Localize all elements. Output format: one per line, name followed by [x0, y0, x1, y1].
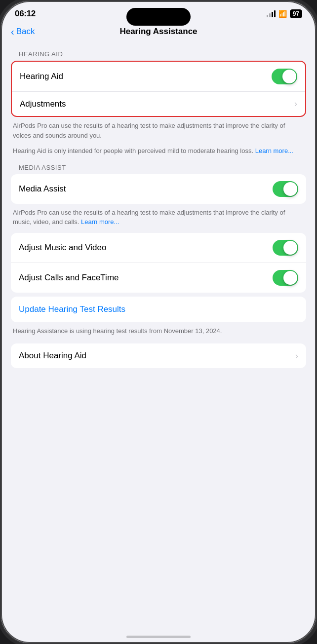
adjust-calls-label: Adjust Calls and FaceTime [19, 273, 119, 283]
content-area: HEARING AID Hearing Aid Adjustments › Ai… [1, 42, 316, 625]
media-assist-description-text: AirPods Pro can use the results of a hea… [13, 209, 285, 226]
adjust-music-label: Adjust Music and Video [19, 243, 106, 253]
signal-bar-3 [272, 12, 273, 17]
adjust-music-toggle[interactable] [273, 240, 298, 256]
battery-indicator: 97 [290, 9, 302, 18]
battery-level: 97 [293, 10, 299, 17]
signal-bar-2 [269, 13, 271, 17]
adjustments-chevron-icon: › [294, 99, 297, 109]
back-label: Back [16, 27, 35, 37]
nav-bar: ‹ Back Hearing Assistance [1, 23, 316, 42]
adjust-calls-row: Adjust Calls and FaceTime [11, 263, 306, 293]
about-hearing-aid-label: About Hearing Aid [19, 351, 86, 361]
adjust-calls-toggle[interactable] [273, 270, 298, 286]
page-title: Hearing Assistance [119, 27, 197, 37]
hearing-aid-section-label: HEARING AID [19, 50, 306, 58]
phone-frame: 06:12 📶 97 ‹ Back Hearing Assistance HEA… [0, 0, 317, 644]
hearing-aid-toggle[interactable] [272, 69, 297, 84]
hearing-aid-description-2: Hearing Aid is only intended for people … [11, 146, 306, 156]
back-chevron-icon: ‹ [11, 27, 14, 37]
signal-bar-4 [274, 10, 276, 17]
hearing-aid-description-1: AirPods Pro can use the results of a hea… [11, 121, 306, 140]
adjustments-row[interactable]: Adjustments › [12, 91, 305, 116]
adjustments-label: Adjustments [20, 99, 66, 109]
media-additional-card: Adjust Music and Video Adjust Calls and … [11, 233, 306, 293]
adjust-music-row: Adjust Music and Video [11, 233, 306, 263]
wifi-icon: 📶 [278, 10, 287, 18]
about-hearing-aid-card: About Hearing Aid › [11, 343, 306, 368]
media-assist-toggle[interactable] [273, 181, 298, 197]
media-assist-section-label: MEDIA ASSIST [19, 164, 306, 171]
media-assist-learn-more-link[interactable]: Learn more... [81, 218, 119, 226]
hearing-aid-description-2-prefix: Hearing Aid is only intended for people … [13, 147, 255, 154]
toggle-knob [282, 70, 296, 83]
toggle-knob-2 [283, 182, 297, 196]
media-assist-row: Media Assist [11, 174, 306, 204]
media-assist-description: AirPods Pro can use the results of a hea… [11, 208, 306, 227]
hearing-aid-learn-more-link[interactable]: Learn more... [255, 147, 293, 154]
signal-bar-1 [267, 15, 268, 17]
signal-icon [267, 10, 276, 17]
media-assist-label: Media Assist [19, 184, 66, 194]
status-icons: 📶 97 [267, 9, 302, 18]
toggle-knob-3 [283, 241, 297, 255]
dynamic-island [126, 8, 191, 26]
hearing-aid-row: Hearing Aid [12, 62, 305, 91]
back-button[interactable]: ‹ Back [11, 27, 35, 37]
update-hearing-card[interactable]: Update Hearing Test Results [11, 297, 306, 322]
hearing-aid-card: Hearing Aid Adjustments › [11, 61, 306, 117]
update-info-text: Hearing Assistance is using hearing test… [11, 326, 306, 336]
about-hearing-aid-row[interactable]: About Hearing Aid › [11, 343, 306, 368]
about-chevron-icon: › [295, 351, 298, 361]
hearing-aid-label: Hearing Aid [20, 72, 63, 81]
status-time: 06:12 [15, 9, 36, 19]
media-assist-card: Media Assist [11, 174, 306, 204]
home-indicator [126, 636, 191, 638]
toggle-knob-4 [283, 271, 297, 285]
update-hearing-button[interactable]: Update Hearing Test Results [19, 304, 125, 314]
